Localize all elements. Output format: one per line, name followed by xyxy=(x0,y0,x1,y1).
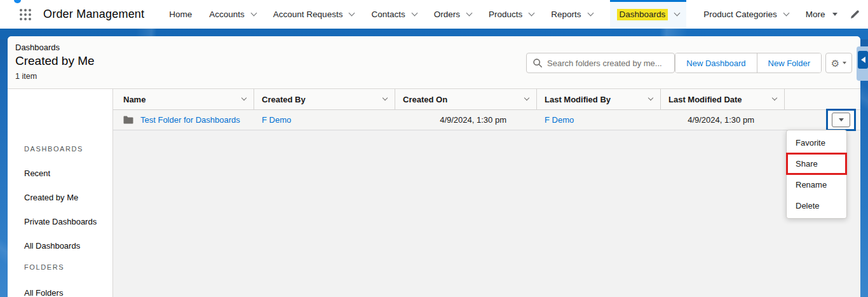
card-body: DASHBOARDS Recent Created by Me Private … xyxy=(8,89,860,297)
sidebar-item-all-folders[interactable]: All Folders xyxy=(8,283,113,297)
header-button-group: New Dashboard New Folder xyxy=(675,53,822,73)
column-header-created-by[interactable]: Created By xyxy=(254,89,395,109)
chevron-down-icon[interactable] xyxy=(772,95,777,100)
chevron-down-icon[interactable] xyxy=(383,95,388,100)
chevron-down-icon[interactable] xyxy=(587,10,593,17)
menu-item-rename[interactable]: Rename xyxy=(787,174,846,195)
nav-tab-account-requests[interactable]: Account Requests xyxy=(273,0,355,29)
chevron-down-icon[interactable] xyxy=(466,10,472,17)
nav-tab-label: Home xyxy=(169,10,192,19)
column-header-created-on[interactable]: Created On xyxy=(395,89,537,109)
new-dashboard-button[interactable]: New Dashboard xyxy=(675,53,757,73)
search-input[interactable] xyxy=(547,59,668,68)
nav-tab-home[interactable]: Home xyxy=(169,0,192,29)
table-row[interactable]: Test Folder for Dashboards F Demo 4/9/20… xyxy=(113,110,860,130)
nav-tabs: Home Accounts Account Requests Contacts … xyxy=(169,0,850,29)
folder-icon xyxy=(123,116,133,124)
row-actions-focus-ring xyxy=(826,109,856,131)
cell-name: Test Folder for Dashboards xyxy=(113,110,254,130)
page-title: Created by Me xyxy=(15,54,95,68)
new-folder-button[interactable]: New Folder xyxy=(757,53,821,73)
chevron-down-icon[interactable] xyxy=(529,10,535,17)
expand-panel-button[interactable] xyxy=(858,51,868,69)
column-header-last-modified-by[interactable]: Last Modified By xyxy=(537,89,661,109)
edit-navigation-button[interactable] xyxy=(850,10,860,19)
list-view-settings-button[interactable]: ⚙ xyxy=(825,53,852,73)
column-header-actions xyxy=(785,89,860,109)
nav-tab-orders[interactable]: Orders xyxy=(434,0,471,29)
nav-tab-dashboards[interactable]: Dashboards xyxy=(610,0,687,29)
sidebar-item-recent[interactable]: Recent xyxy=(8,163,113,183)
folder-name-link[interactable]: Test Folder for Dashboards xyxy=(140,115,240,125)
folder-search-box xyxy=(526,53,675,73)
object-label: Dashboards xyxy=(15,43,60,52)
cell-row-actions xyxy=(785,110,860,130)
caret-down-icon xyxy=(832,13,837,16)
chevron-down-icon[interactable] xyxy=(648,95,653,100)
global-nav-bar: Order Management Home Accounts Account R… xyxy=(0,0,868,29)
list-view-header: Dashboards Created by Me 1 item New Dash… xyxy=(8,36,860,89)
created-by-link[interactable]: F Demo xyxy=(262,115,291,125)
sidebar-item-private-dashboards[interactable]: Private Dashboards xyxy=(8,212,113,231)
nav-tab-label: Contacts xyxy=(371,10,405,19)
column-header-name[interactable]: Name xyxy=(113,89,254,109)
content-card: Dashboards Created by Me 1 item New Dash… xyxy=(8,36,860,297)
row-actions-button[interactable] xyxy=(832,113,850,127)
nav-tab-accounts[interactable]: Accounts xyxy=(209,0,256,29)
nav-tab-label: Products xyxy=(489,10,522,19)
chevron-down-icon[interactable] xyxy=(241,95,247,100)
cell-last-modified-by: F Demo xyxy=(537,110,661,130)
chevron-down-icon[interactable] xyxy=(250,10,257,17)
nav-tab-label: Orders xyxy=(434,10,460,19)
nav-tab-label: Account Requests xyxy=(273,10,343,19)
chevron-down-icon[interactable] xyxy=(524,95,529,100)
caret-down-icon xyxy=(843,62,846,64)
collapsed-panel-tab xyxy=(857,46,868,81)
logo-artifact xyxy=(14,0,21,3)
chevron-down-icon[interactable] xyxy=(411,10,417,17)
nav-tab-label: Accounts xyxy=(209,10,245,19)
cell-created-on: 4/9/2024, 1:30 pm xyxy=(395,110,537,130)
sidebar-item-all-dashboards[interactable]: All Dashboards xyxy=(8,236,113,255)
item-count: 1 item xyxy=(15,72,37,81)
cell-created-by: F Demo xyxy=(254,110,395,130)
nav-tab-label: More xyxy=(806,10,825,19)
nav-tab-product-categories[interactable]: Product Categories xyxy=(703,0,789,29)
chevron-down-icon[interactable] xyxy=(674,10,681,17)
caret-down-icon xyxy=(839,118,844,121)
column-header-last-modified-date[interactable]: Last Modified Date xyxy=(661,89,785,109)
menu-item-delete[interactable]: Delete xyxy=(787,195,846,216)
sidebar: DASHBOARDS Recent Created by Me Private … xyxy=(8,89,113,297)
table-header-row: Name Created By Created On Last Modified… xyxy=(113,89,860,110)
sidebar-section-dashboards: DASHBOARDS xyxy=(24,145,83,153)
last-modified-by-link[interactable]: F Demo xyxy=(545,115,574,125)
pencil-icon xyxy=(850,10,860,19)
folders-table: Name Created By Created On Last Modified… xyxy=(113,89,860,297)
nav-tab-contacts[interactable]: Contacts xyxy=(371,0,416,29)
gear-icon: ⚙ xyxy=(831,59,839,68)
screen: Order Management Home Accounts Account R… xyxy=(0,0,868,297)
row-actions-menu: Favorite Share Rename Delete xyxy=(786,130,847,219)
search-icon xyxy=(533,59,542,67)
chevron-down-icon[interactable] xyxy=(349,10,355,17)
app-name: Order Management xyxy=(43,8,144,21)
chevron-left-icon xyxy=(861,57,865,63)
nav-tab-more[interactable]: More xyxy=(806,0,837,29)
app-launcher-waffle-icon xyxy=(20,9,32,20)
app-launcher-button[interactable] xyxy=(20,8,32,21)
cell-last-modified-date: 4/9/2024, 1:30 pm xyxy=(661,110,785,130)
nav-tab-label-highlighted: Dashboards xyxy=(617,9,668,20)
nav-tab-label: Product Categories xyxy=(703,10,777,19)
sidebar-item-created-by-me-dashboards[interactable]: Created by Me xyxy=(8,188,113,207)
table-empty-area xyxy=(113,130,860,297)
nav-tab-reports[interactable]: Reports xyxy=(551,0,592,29)
nav-tab-label: Reports xyxy=(551,10,581,19)
sidebar-section-folders: FOLDERS xyxy=(24,263,64,271)
chevron-down-icon[interactable] xyxy=(783,10,789,17)
menu-item-favorite[interactable]: Favorite xyxy=(787,132,846,153)
nav-tab-products[interactable]: Products xyxy=(489,0,534,29)
menu-item-share[interactable]: Share xyxy=(787,153,846,174)
